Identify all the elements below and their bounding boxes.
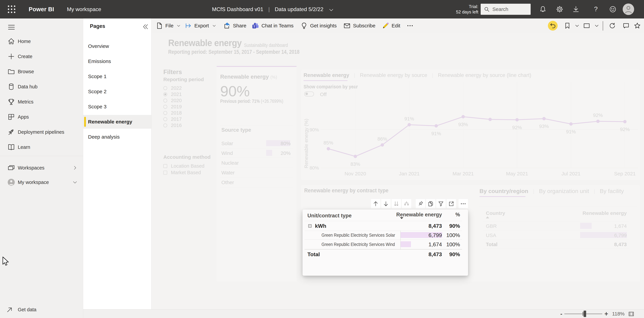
chevron-down-icon[interactable]	[328, 7, 334, 13]
country-card-divider	[480, 207, 637, 207]
refresh-icon[interactable]	[607, 20, 618, 31]
zoom-out-button[interactable]: -	[559, 309, 564, 318]
funnel-button[interactable]	[436, 199, 446, 208]
country-row-usa-label[interactable]: USA	[486, 233, 496, 238]
pin-button[interactable]	[416, 199, 425, 208]
help-icon[interactable]: ?	[591, 0, 601, 19]
favorite-star-icon[interactable]	[632, 20, 643, 31]
source-type-row-nuclear[interactable]: Nuclear	[221, 158, 291, 168]
country-tab-3[interactable]: By facility	[600, 188, 624, 194]
year-radio-2021[interactable]: 2021	[163, 91, 182, 97]
year-radio-2022[interactable]: 2022	[163, 85, 182, 91]
country-tab-1[interactable]: By country/region	[480, 188, 528, 194]
arrow-up-button[interactable]	[371, 199, 380, 208]
column-header-renewable-energy[interactable]: Renewable energy	[396, 212, 442, 218]
country-row-gbr-label[interactable]: GBR	[486, 223, 497, 229]
undo-button[interactable]	[548, 21, 558, 31]
menu-edit[interactable]: Edit	[382, 19, 400, 33]
notifications-bell-icon[interactable]	[538, 0, 548, 19]
table-row-green-republic-electricity-services-solar[interactable]: Green Republic Electricity Services Sola…	[304, 231, 462, 240]
sidebar-item-home[interactable]: Home	[0, 34, 83, 49]
waffle-menu-icon[interactable]	[6, 4, 17, 15]
column-header-unit-contract-type[interactable]: Unit/contract type	[308, 213, 352, 219]
sidebar-item-browse[interactable]: Browse	[0, 64, 83, 79]
bookmark-icon[interactable]	[562, 20, 573, 31]
sidebar-item-learn[interactable]: Learn	[0, 140, 83, 155]
download-icon[interactable]	[571, 0, 581, 19]
sidebar-item-workspaces[interactable]: Workspaces	[0, 160, 83, 175]
collapse-pages-icon[interactable]	[142, 24, 149, 29]
search-input[interactable]: Search	[481, 4, 531, 15]
method-checkbox-location-based[interactable]: Location Based	[163, 163, 204, 169]
search-placeholder: Search	[492, 6, 508, 12]
sidebar-item-my-workspace[interactable]: My workspace	[0, 175, 83, 190]
diagonal-arrow-icon	[6, 306, 13, 313]
country-tab-2[interactable]: By organization unit	[539, 188, 589, 194]
sidebar-item-deployment-pipelines[interactable]: Deployment pipelines	[0, 124, 83, 140]
year-radio-2020[interactable]: 2020	[163, 97, 182, 104]
page-item-emissions[interactable]: Emissions	[83, 54, 151, 68]
country-column-header[interactable]: Country	[486, 210, 505, 216]
menu-subscribe[interactable]: Subscribe	[343, 19, 375, 33]
year-radio-2019[interactable]: 2019	[163, 104, 182, 110]
sidebar-item-label: Home	[18, 39, 31, 44]
copy-button[interactable]	[426, 199, 435, 208]
left-navigation-pane: Home Create Browse Data hub Metrics Apps…	[0, 19, 83, 318]
menu-share[interactable]: Share	[223, 19, 246, 33]
page-item-deep-analysis[interactable]: Deep analysis	[83, 130, 151, 144]
arrow-down-button[interactable]	[381, 199, 390, 208]
source-type-row-wind[interactable]: Wind20%	[221, 148, 291, 158]
feedback-smiley-icon[interactable]	[608, 0, 618, 19]
table-row-green-republic-electricity-services-wind[interactable]: Green Republic Electricity Services Wind…	[304, 240, 462, 249]
page-item-overview[interactable]: Overview	[83, 39, 151, 53]
workspace-breadcrumb[interactable]: My workspace	[67, 0, 101, 19]
data-updated-label[interactable]: Data updated 5/2/22	[275, 6, 323, 13]
menu-more-options[interactable]	[406, 19, 414, 33]
view-mode-icon[interactable]	[581, 20, 592, 31]
chevron-down-icon[interactable]	[591, 20, 602, 31]
menu-file[interactable]: File	[156, 19, 181, 33]
source-label: Other	[221, 180, 234, 185]
sidebar-item-apps[interactable]: Apps	[0, 109, 83, 124]
document-title[interactable]: MCfS Dashboard v01	[212, 6, 263, 13]
renewable-energy-column-header[interactable]: Renewable energy	[554, 210, 627, 216]
account-avatar[interactable]	[623, 4, 634, 15]
more-button[interactable]	[458, 199, 468, 208]
source-type-row-other[interactable]: Other	[221, 177, 291, 187]
zoom-slider-track[interactable]	[564, 314, 602, 314]
page-item-scope-1[interactable]: Scope 1	[83, 70, 151, 83]
year-radio-2016[interactable]: 2016	[163, 122, 182, 128]
fit-to-page-icon[interactable]	[628, 311, 634, 317]
zoom-slider-handle[interactable]	[584, 310, 586, 317]
comments-icon[interactable]	[620, 20, 632, 31]
drill-down-button[interactable]	[402, 199, 411, 208]
column-header-percent[interactable]: %	[455, 212, 460, 218]
settings-gear-icon[interactable]	[554, 0, 565, 19]
table-row-total[interactable]: Total8,47390%	[304, 249, 462, 259]
powerbi-logo[interactable]: Power BI	[29, 0, 54, 19]
method-checkbox-market-based[interactable]: Market Based	[163, 169, 201, 176]
get-data-button[interactable]: Get data	[0, 304, 83, 315]
page-item-scope-3[interactable]: Scope 3	[83, 100, 151, 114]
year-radio-2017[interactable]: 2017	[163, 116, 182, 122]
year-radio-2018[interactable]: 2018	[163, 110, 182, 116]
collapse-minus-icon[interactable]	[308, 224, 312, 228]
menu-chat-in-teams[interactable]: TChat in Teams	[252, 19, 294, 33]
source-type-row-water[interactable]: Water	[221, 168, 291, 177]
source-type-row-solar[interactable]: Solar80%	[221, 138, 291, 148]
double-down-button[interactable]	[392, 199, 401, 208]
trial-status: Trial: 52 days left	[456, 0, 478, 19]
menu-get-insights[interactable]: Get insights	[300, 19, 336, 33]
page-item-renewable-energy[interactable]: Renewable energy	[83, 115, 151, 129]
datahub-icon	[8, 83, 15, 91]
country-row-total-label[interactable]: Total	[486, 242, 498, 247]
focus-mode-button[interactable]	[446, 199, 456, 208]
sidebar-item-metrics[interactable]: Metrics	[0, 94, 83, 109]
page-item-scope-2[interactable]: Scope 2	[83, 85, 151, 98]
sidebar-item-data-hub[interactable]: Data hub	[0, 79, 83, 94]
sidebar-item-create[interactable]: Create	[0, 49, 83, 64]
menu-export[interactable]: Export	[185, 19, 216, 33]
table-row-kwh[interactable]: kWh8,47390%	[304, 221, 462, 231]
hamburger-menu-icon[interactable]	[8, 23, 16, 31]
zoom-in-button[interactable]: +	[604, 309, 609, 318]
